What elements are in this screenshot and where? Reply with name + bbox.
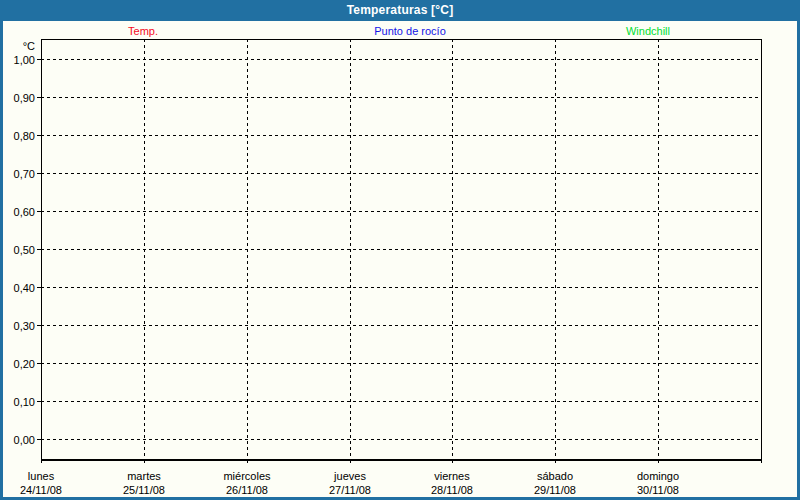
svg-text:lunes: lunes (28, 470, 55, 482)
svg-text:miércoles: miércoles (223, 470, 271, 482)
svg-text:26/11/08: 26/11/08 (226, 484, 268, 496)
svg-text:0,40: 0,40 (14, 282, 35, 294)
svg-text:jueves: jueves (333, 470, 366, 482)
chart-area: Temp.Punto de rocíoWindchill 1,000,900,8… (3, 21, 797, 497)
svg-text:viernes: viernes (434, 470, 470, 482)
chart-window: Temperaturas [°C] Temp.Punto de rocíoWin… (0, 0, 800, 500)
plot-grid: 1,000,900,800,700,600,500,400,300,200,10… (3, 21, 797, 497)
chart-title: Temperaturas [°C] (0, 0, 800, 21)
svg-text:29/11/08: 29/11/08 (534, 484, 576, 496)
svg-text:24/11/08: 24/11/08 (20, 484, 62, 496)
svg-text:°C: °C (23, 40, 35, 52)
svg-text:1,00: 1,00 (14, 54, 35, 66)
svg-text:martes: martes (127, 470, 161, 482)
svg-text:25/11/08: 25/11/08 (123, 484, 165, 496)
svg-text:0,10: 0,10 (14, 396, 35, 408)
svg-text:domingo: domingo (637, 470, 679, 482)
svg-text:0,90: 0,90 (14, 92, 35, 104)
svg-text:0,50: 0,50 (14, 244, 35, 256)
svg-text:0,80: 0,80 (14, 130, 35, 142)
svg-text:28/11/08: 28/11/08 (431, 484, 473, 496)
svg-text:0,00: 0,00 (14, 434, 35, 446)
svg-text:0,60: 0,60 (14, 206, 35, 218)
svg-text:0,70: 0,70 (14, 168, 35, 180)
svg-text:0,20: 0,20 (14, 358, 35, 370)
svg-text:sábado: sábado (537, 470, 573, 482)
svg-text:0,30: 0,30 (14, 320, 35, 332)
svg-text:27/11/08: 27/11/08 (329, 484, 371, 496)
svg-text:30/11/08: 30/11/08 (637, 484, 679, 496)
